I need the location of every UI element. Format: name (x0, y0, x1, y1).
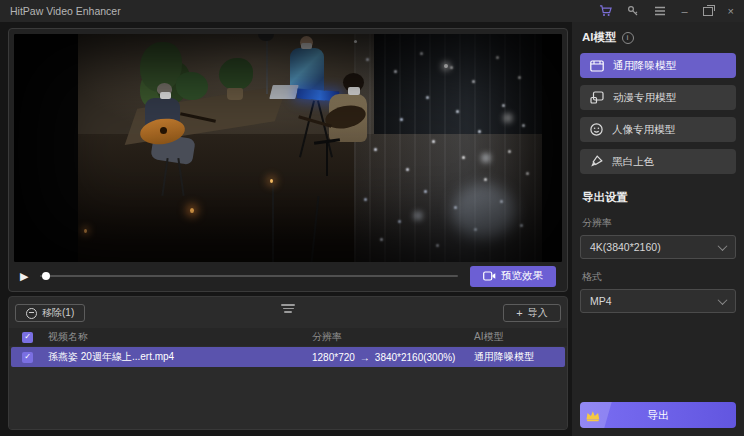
chevron-down-icon (718, 241, 728, 251)
model-button-general-denoise[interactable]: 通用降噪模型 (580, 53, 736, 78)
export-button-label: 导出 (647, 408, 669, 423)
titlebar: HitPaw Video Enhancer – × (0, 0, 744, 22)
model-button-label: 通用降噪模型 (613, 59, 676, 73)
format-field-label: 格式 (582, 270, 736, 284)
premium-badge (580, 402, 612, 428)
resolution-field-label: 分辨率 (582, 216, 736, 230)
resolution-from: 1280*720 (312, 352, 355, 363)
model-button-anime[interactable]: 动漫专用模型 (580, 85, 736, 110)
preview-effect-label: 预览效果 (501, 269, 543, 283)
scene-vignette (14, 34, 562, 262)
export-button[interactable]: 导出 (580, 402, 736, 428)
main-content: ▶ 预览效果 移除(1) (0, 22, 744, 436)
select-all-checkbox[interactable]: ✓ (22, 332, 33, 343)
model-button-label: 黑白上色 (612, 155, 654, 169)
video-player-panel: ▶ 预览效果 (8, 28, 568, 292)
collapse-panel-handle[interactable] (281, 304, 295, 313)
model-button-label: 人像专用模型 (612, 123, 675, 137)
file-list-panel: 移除(1) + 导入 ✓ 视频名称 分辨率 AI模型 (8, 296, 568, 430)
import-button[interactable]: + 导入 (503, 304, 561, 322)
seek-handle[interactable] (42, 272, 50, 280)
chevron-down-icon (718, 295, 728, 305)
model-button-portrait[interactable]: 人像专用模型 (580, 117, 736, 142)
format-select[interactable]: MP4 (580, 289, 736, 313)
titlebar-controls: – × (599, 5, 734, 17)
seek-bar[interactable] (40, 275, 458, 277)
file-resolution: 1280*720 → 3840*2160(300%) (312, 352, 474, 363)
file-ai-model: 通用降噪模型 (474, 350, 565, 364)
minus-circle-icon (26, 308, 37, 319)
paint-marker-icon (590, 155, 603, 168)
minimize-icon[interactable]: – (681, 6, 687, 17)
file-row-selected[interactable]: ✓ 孫燕姿 20週年線上...ert.mp4 1280*720 → 3840*2… (11, 347, 565, 367)
model-button-colorize[interactable]: 黑白上色 (580, 149, 736, 174)
remove-button-label: 移除(1) (42, 306, 74, 320)
file-name: 孫燕姿 20週年線上...ert.mp4 (48, 350, 312, 364)
right-sidebar: AI模型 i 通用降噪模型 动漫专用模型 人像专用模型 (572, 22, 744, 436)
info-icon[interactable]: i (622, 32, 634, 44)
app-window: HitPaw Video Enhancer – × (0, 0, 744, 436)
file-table-header: ✓ 视频名称 分辨率 AI模型 (9, 328, 567, 346)
crown-icon (585, 409, 601, 422)
player-controls: ▶ 预览效果 (14, 262, 562, 288)
model-button-label: 动漫专用模型 (613, 91, 676, 105)
file-toolbar: 移除(1) + 导入 (9, 297, 567, 328)
video-preview-frame (14, 34, 562, 262)
column-resolution: 分辨率 (312, 330, 474, 344)
row-checkbox[interactable]: ✓ (22, 352, 33, 363)
ai-model-section-title: AI模型 i (582, 30, 736, 45)
plus-icon: + (516, 308, 522, 319)
face-icon (590, 123, 603, 136)
export-settings-title: 导出设置 (582, 190, 736, 205)
menu-icon[interactable] (654, 6, 666, 16)
resolution-select[interactable]: 4K(3840*2160) (580, 235, 736, 259)
column-ai-model: AI模型 (474, 330, 567, 344)
app-title: HitPaw Video Enhancer (10, 5, 121, 17)
remove-button[interactable]: 移除(1) (15, 304, 85, 322)
cart-icon[interactable] (599, 5, 612, 17)
arrow-icon: → (360, 352, 370, 363)
column-video-name: 视频名称 (48, 330, 312, 344)
resolution-select-value: 4K(3840*2160) (590, 241, 661, 253)
video-frame-icon (590, 60, 604, 72)
resolution-to: 3840*2160(300%) (375, 352, 456, 363)
play-button[interactable]: ▶ (20, 271, 28, 282)
format-select-value: MP4 (590, 295, 612, 307)
import-button-label: 导入 (528, 306, 548, 320)
video-camera-icon (483, 271, 496, 281)
preview-effect-button[interactable]: 预览效果 (470, 266, 556, 287)
ai-model-title-text: AI模型 (582, 30, 617, 45)
maximize-icon[interactable] (703, 7, 713, 16)
file-table-empty-area (9, 367, 567, 429)
key-icon[interactable] (627, 5, 639, 17)
anime-frames-icon (590, 91, 604, 104)
close-icon[interactable]: × (728, 6, 734, 17)
left-pane: ▶ 预览效果 移除(1) (8, 28, 568, 430)
